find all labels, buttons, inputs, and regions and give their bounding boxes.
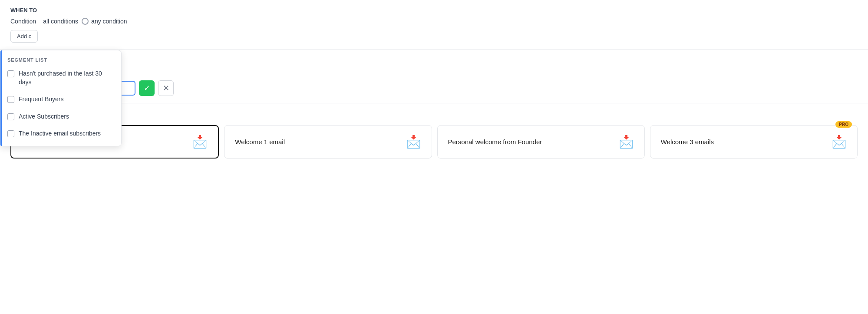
preset-personal-icon: 📩 [619,135,634,149]
checkbox-4[interactable] [7,130,14,137]
page-container: WHEN TO Condition all conditions any con… [0,0,868,314]
pro-badge: Pro [835,121,852,128]
segment-input-row: In ✓ ✕ [10,80,858,96]
preset-personal-label: Personal welcome from Founder [448,138,542,145]
preset-title: SELECT YOUR PRESET [10,112,858,118]
preset-card-welcome1[interactable]: Welcome 1 email 📩 [224,125,432,159]
add-condition-button[interactable]: Add c [10,30,38,43]
segment-send-row: Send em ALL segments below [10,68,858,75]
dropdown-header: SEGMENT LIST [0,54,121,65]
preset-section: SELECT YOUR PRESET Blank template 📩 Welc… [0,103,868,167]
dropdown-item-1[interactable]: Hasn't purchased in the last 30 days [0,65,121,91]
checkbox-1[interactable] [7,70,14,77]
dropdown-item-2-label: Frequent Buyers [19,95,64,104]
dropdown-item-4[interactable]: The Inactive email subscribers [0,125,121,142]
when-label: WHEN TO [10,7,37,13]
conditions-row: Condition all conditions any condition [10,18,858,25]
checkbox-2[interactable] [7,96,14,103]
when-section: WHEN TO Condition all conditions any con… [0,0,868,50]
preset-cards: Blank template 📩 Welcome 1 email 📩 Perso… [10,125,858,159]
checkbox-3[interactable] [7,113,14,120]
all-conditions-text: all conditions [43,18,78,25]
preset-welcome1-label: Welcome 1 email [235,138,285,145]
condition-label: Condition [10,18,36,25]
preset-welcome3-icon: 📩 [832,135,847,149]
preset-card-personal[interactable]: Personal welcome from Founder 📩 [437,125,645,159]
dropdown-item-4-label: The Inactive email subscribers [19,129,101,138]
any-condition-option[interactable]: any condition [82,18,127,25]
close-icon: ✕ [163,83,169,93]
confirm-button[interactable]: ✓ [139,80,155,96]
segment-section: SEGMENT Send em ALL segments below In ✓ … [0,50,868,103]
preset-card-welcome3[interactable]: Pro Welcome 3 emails 📩 [650,125,858,159]
dropdown-item-3[interactable]: Active Subscribers [0,108,121,126]
preset-welcome1-icon: 📩 [406,135,421,149]
any-condition-label: any condition [91,18,127,25]
dropdown-item-2[interactable]: Frequent Buyers [0,91,121,108]
preset-welcome3-label: Welcome 3 emails [661,138,714,145]
preset-blank-icon: 📩 [192,135,208,149]
dropdown-item-1-label: Hasn't purchased in the last 30 days [19,69,114,86]
dropdown-item-3-label: Active Subscribers [19,112,69,121]
any-condition-radio[interactable] [82,18,89,25]
blue-border [0,50,2,146]
cancel-button[interactable]: ✕ [158,80,174,96]
checkmark-icon: ✓ [144,83,150,93]
segment-dropdown: SEGMENT LIST Hasn't purchased in the las… [0,50,122,146]
add-condition-label: Add c [17,33,31,40]
